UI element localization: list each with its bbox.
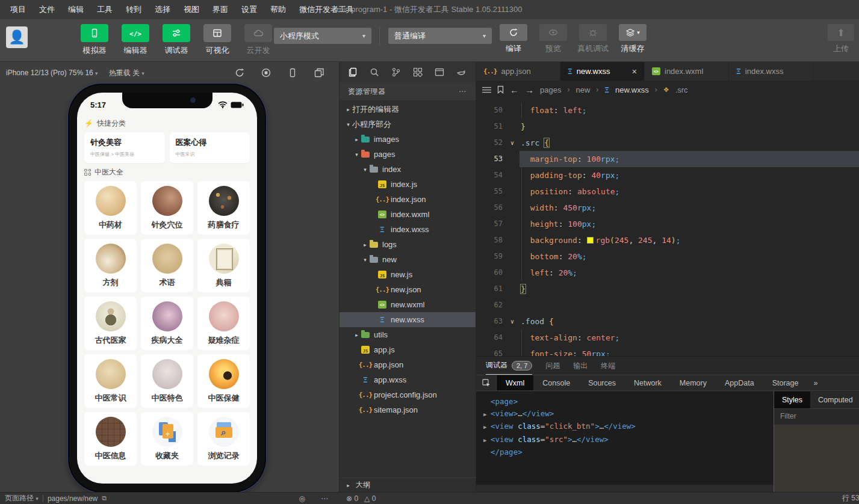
page-path-dropdown[interactable]: 页面路径 ▾ <box>5 493 39 503</box>
list-icon[interactable] <box>482 87 491 93</box>
menu-item-编辑[interactable]: 编辑 <box>61 5 90 14</box>
refresh-icon[interactable] <box>234 67 245 78</box>
category-card-中医特色[interactable]: 中医特色 <box>141 354 193 408</box>
bookmark-icon[interactable] <box>497 85 504 94</box>
outline-section[interactable]: ▸ 大纲 <box>340 478 476 492</box>
compile-select[interactable]: 普通编译 ▾ <box>388 28 492 44</box>
menu-item-文件[interactable]: 文件 <box>33 5 61 14</box>
category-card-收藏夹[interactable]: 收藏夹 <box>141 412 193 466</box>
git-branch-icon[interactable] <box>386 64 406 81</box>
category-card-中医信息[interactable]: 中医信息 <box>84 412 137 466</box>
tree-item-index.js[interactable]: JSindex.js <box>340 177 476 192</box>
tree-item-打开的编辑器[interactable]: ▸打开的编辑器 <box>340 102 476 117</box>
tree-item-app.wxss[interactable]: Ξapp.wxss <box>340 372 476 387</box>
tree-item-project.config.json[interactable]: {..}project.config.json <box>340 387 476 402</box>
search-icon[interactable] <box>365 64 384 81</box>
tree-item-index.wxml[interactable]: <>index.wxml <box>340 207 476 222</box>
menu-item-设置[interactable]: 设置 <box>235 5 264 14</box>
copy-icon[interactable]: ⧉ <box>102 494 107 502</box>
debugger-tab-问题[interactable]: 问题 <box>545 357 560 375</box>
wxml-node[interactable]: ▶<view class="click_btn">…</view> <box>483 420 766 434</box>
category-card-中医常识[interactable]: 中医常识 <box>84 354 137 408</box>
category-card-中医保健[interactable]: 中医保健 <box>197 354 250 408</box>
tree-item-images[interactable]: ▸images <box>340 132 476 147</box>
tree-item-小程序部分[interactable]: ▾小程序部分 <box>340 117 476 132</box>
wxml-tree[interactable]: <page>▶<view>…</view>▶<view class="click… <box>476 392 774 492</box>
devtools-tab-sources[interactable]: Sources <box>579 375 625 390</box>
expand-arrow-icon[interactable]: ▶ <box>483 422 491 434</box>
category-card-方剂[interactable]: 方剂 <box>84 239 137 292</box>
overflow-icon[interactable]: » <box>807 375 823 390</box>
editor-tab-new.wxss[interactable]: Ξnew.wxss× <box>560 62 645 81</box>
styles-filter-input[interactable]: Filter <box>774 409 859 425</box>
more-icon[interactable]: ⋯ <box>321 494 328 503</box>
wxml-node[interactable]: <page> <box>483 396 766 408</box>
category-card-中药材[interactable]: 中药材 <box>84 181 137 235</box>
problems-summary[interactable]: ⊗ 0 △ 0 <box>339 494 376 503</box>
inspect-element-icon[interactable] <box>476 375 497 390</box>
editor-tab-app.json[interactable]: {..}app.json <box>476 62 560 81</box>
fold-icon[interactable]: ∨ <box>505 313 519 330</box>
menu-item-选择[interactable]: 选择 <box>148 5 177 14</box>
styles-tab-computed[interactable]: Computed <box>810 392 859 408</box>
menu-item-微信开发者工具[interactable]: 微信开发者工具 <box>293 5 361 14</box>
menu-item-转到[interactable]: 转到 <box>119 5 148 14</box>
category-card-针灸穴位[interactable]: 针灸穴位 <box>141 181 193 235</box>
code-editor[interactable]: 50 float: left;51 }52 ∨ .src {53 margin-… <box>476 99 859 356</box>
wxml-node[interactable]: ▶<view class="src">…</view> <box>483 434 766 447</box>
toolbar-button-可视化[interactable]: 可视化 <box>200 24 235 56</box>
more-icon[interactable]: ⋯ <box>459 87 467 96</box>
hot-reload-toggle[interactable]: 热重载 关 ▾ <box>109 68 144 78</box>
debugger-tab-调试器[interactable]: 调试器2, 7 <box>486 357 532 375</box>
wxml-node[interactable]: </page> <box>483 446 766 458</box>
tree-item-new.wxss[interactable]: Ξnew.wxss <box>340 312 476 327</box>
menu-item-项目[interactable]: 项目 <box>4 5 33 14</box>
category-card-术语[interactable]: 术语 <box>141 239 193 292</box>
tree-item-sitemap.json[interactable]: {..}sitemap.json <box>340 402 476 417</box>
editor-tab-index.wxml[interactable]: <>index.wxml <box>645 62 729 81</box>
device-selector[interactable]: iPhone 12/13 (Pro) 75% 16 ▾ <box>6 69 98 77</box>
mode-select[interactable]: 小程序模式 ▾ <box>274 28 371 44</box>
back-arrow-icon[interactable]: ← <box>510 85 519 95</box>
toolbar-button-编辑器[interactable]: </> 编辑器 <box>118 24 153 56</box>
category-card-典籍[interactable]: 典籍 <box>197 239 250 292</box>
color-swatch[interactable] <box>587 237 594 244</box>
styles-tab-styles[interactable]: Styles <box>774 392 810 408</box>
devtools-tab-console[interactable]: Console <box>533 375 579 390</box>
breadcrumb-symbol[interactable]: .src <box>675 85 688 94</box>
forward-arrow-icon[interactable]: → <box>525 85 534 95</box>
tree-item-new[interactable]: ▾new <box>340 252 476 267</box>
tree-item-new.json[interactable]: {..}new.json <box>340 282 476 297</box>
devtools-tab-storage[interactable]: Storage <box>763 375 808 390</box>
category-card-疑难杂症[interactable]: 疑难杂症 <box>197 297 250 350</box>
action-button-清缓存[interactable]: ▾ 清缓存 <box>614 24 651 54</box>
avatar[interactable]: 👤 <box>6 26 28 48</box>
tree-item-index[interactable]: ▾index <box>340 162 476 177</box>
tree-item-new.js[interactable]: JSnew.js <box>340 267 476 282</box>
expand-arrow-icon[interactable]: ▶ <box>483 409 491 421</box>
tree-item-app.js[interactable]: JSapp.js <box>340 342 476 357</box>
toolbar-button-调试器[interactable]: 调试器 <box>159 24 194 56</box>
eye-icon[interactable]: ◎ <box>299 494 305 503</box>
breadcrumb-file[interactable]: new.wxss <box>615 85 649 94</box>
tree-item-app.json[interactable]: {..}app.json <box>340 357 476 372</box>
devtools-tab-appdata[interactable]: AppData <box>716 375 763 390</box>
editor-tab-index.wxss[interactable]: Ξindex.wxss <box>729 62 813 81</box>
tree-item-utils[interactable]: ▸utils <box>340 327 476 342</box>
fold-icon[interactable]: ∨ <box>505 135 519 151</box>
windows-icon[interactable] <box>314 67 324 78</box>
tree-item-new.wxml[interactable]: <>new.wxml <box>340 297 476 312</box>
devtools-tab-memory[interactable]: Memory <box>671 375 716 390</box>
record-icon[interactable] <box>261 67 271 78</box>
quick-card[interactable]: 针灸美容 中医保健 > 中医美容 <box>84 132 165 163</box>
category-card-古代医家[interactable]: 古代医家 <box>84 297 137 350</box>
window-icon[interactable] <box>430 64 449 81</box>
category-card-浏览记录[interactable]: 浏览记录 <box>197 412 250 466</box>
devtools-tab-network[interactable]: Network <box>625 375 671 390</box>
menu-item-帮助[interactable]: 帮助 <box>264 5 293 14</box>
action-button-编译[interactable]: 编译 <box>495 24 532 54</box>
category-card-疾病大全[interactable]: 疾病大全 <box>141 297 193 350</box>
menu-item-界面[interactable]: 界面 <box>206 5 235 14</box>
files-icon[interactable] <box>343 64 362 81</box>
devtools-tab-wxml[interactable]: Wxml <box>497 375 533 390</box>
